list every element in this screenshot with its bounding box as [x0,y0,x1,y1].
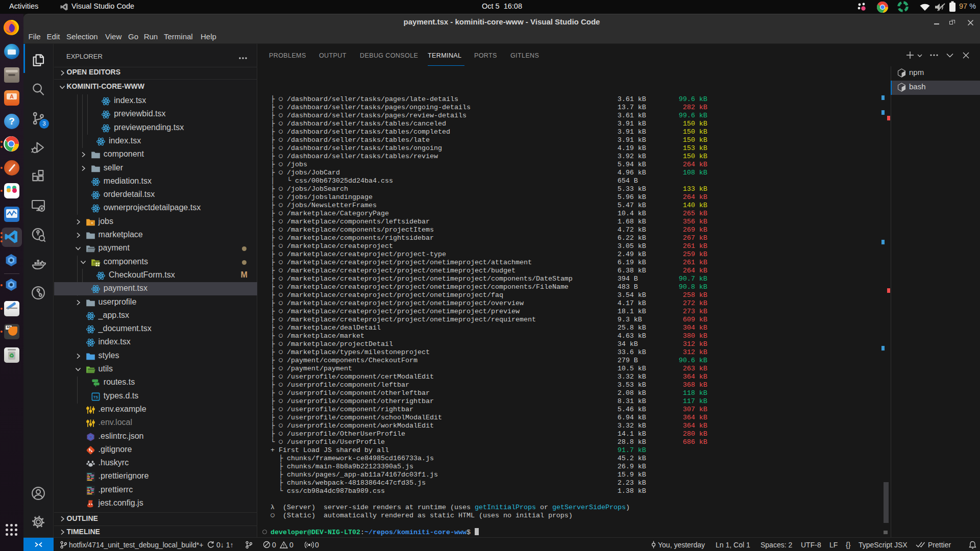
svg-text:TS: TS [93,395,98,399]
